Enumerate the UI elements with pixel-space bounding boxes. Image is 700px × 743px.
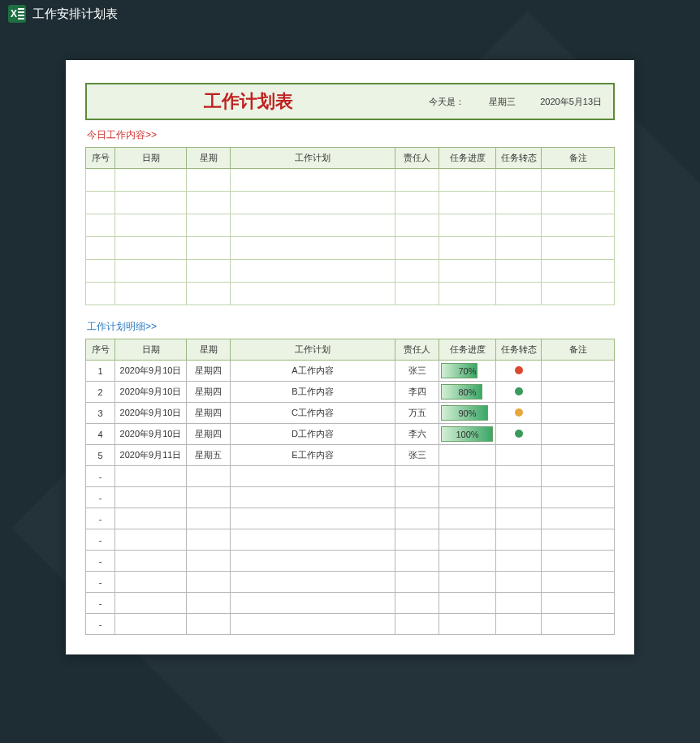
cell-weekday[interactable] [187, 529, 231, 551]
cell[interactable] [187, 214, 231, 237]
cell-status[interactable] [496, 593, 542, 614]
cell-status[interactable] [496, 572, 542, 593]
cell-seq[interactable]: - [86, 466, 115, 487]
cell[interactable] [231, 169, 395, 192]
cell-date[interactable] [115, 466, 187, 487]
cell-date[interactable] [115, 614, 187, 635]
cell[interactable] [115, 237, 187, 260]
table-row[interactable] [86, 192, 615, 214]
cell-plan[interactable]: D工作内容 [231, 424, 395, 445]
cell[interactable] [231, 260, 395, 283]
cell[interactable] [187, 169, 231, 192]
cell[interactable] [395, 169, 439, 192]
cell[interactable] [439, 169, 496, 192]
cell-owner[interactable]: 张三 [395, 361, 439, 382]
cell-status[interactable] [496, 445, 542, 466]
table-row[interactable]: - [86, 593, 615, 614]
cell-status[interactable] [496, 614, 542, 635]
cell[interactable] [496, 192, 542, 214]
cell[interactable] [231, 283, 395, 305]
cell[interactable] [115, 169, 187, 192]
table-row[interactable]: - [86, 487, 615, 508]
cell[interactable] [187, 237, 231, 260]
cell[interactable] [439, 214, 496, 237]
cell-weekday[interactable] [187, 551, 231, 572]
cell[interactable] [496, 169, 542, 192]
cell-owner[interactable]: 李四 [395, 382, 439, 403]
cell-note[interactable] [542, 593, 615, 614]
cell-date[interactable]: 2020年9月10日 [115, 382, 187, 403]
cell[interactable] [86, 260, 115, 283]
cell-progress[interactable] [439, 551, 496, 572]
cell-owner[interactable] [395, 529, 439, 551]
cell-seq[interactable]: - [86, 551, 115, 572]
table-row[interactable] [86, 169, 615, 192]
cell-note[interactable] [542, 614, 615, 635]
cell-seq[interactable]: - [86, 593, 115, 614]
cell[interactable] [115, 283, 187, 305]
cell-owner[interactable]: 李六 [395, 424, 439, 445]
cell[interactable] [496, 214, 542, 237]
cell-seq[interactable]: - [86, 508, 115, 529]
cell-seq[interactable]: - [86, 529, 115, 551]
cell-status[interactable] [496, 424, 542, 445]
cell-weekday[interactable]: 星期四 [187, 382, 231, 403]
cell[interactable] [496, 237, 542, 260]
cell-date[interactable] [115, 593, 187, 614]
cell-progress[interactable]: 80% [439, 382, 496, 403]
cell-plan[interactable] [231, 529, 395, 551]
cell-seq[interactable]: - [86, 572, 115, 593]
cell[interactable] [542, 260, 615, 283]
cell-date[interactable] [115, 529, 187, 551]
cell[interactable] [395, 260, 439, 283]
cell-weekday[interactable]: 星期四 [187, 424, 231, 445]
table-row[interactable]: - [86, 572, 615, 593]
cell-progress[interactable]: 70% [439, 361, 496, 382]
cell-note[interactable] [542, 487, 615, 508]
cell-note[interactable] [542, 382, 615, 403]
cell-weekday[interactable] [187, 614, 231, 635]
cell-date[interactable] [115, 551, 187, 572]
cell-note[interactable] [542, 361, 615, 382]
cell-plan[interactable] [231, 487, 395, 508]
cell-note[interactable] [542, 508, 615, 529]
cell[interactable] [115, 260, 187, 283]
cell-plan[interactable] [231, 593, 395, 614]
table-row[interactable]: 22020年9月10日星期四B工作内容李四80% [86, 382, 615, 403]
table-row[interactable]: 42020年9月10日星期四D工作内容李六100% [86, 424, 615, 445]
cell-status[interactable] [496, 529, 542, 551]
cell[interactable] [542, 283, 615, 305]
cell-progress[interactable]: 90% [439, 403, 496, 424]
cell-progress[interactable] [439, 593, 496, 614]
cell[interactable] [395, 192, 439, 214]
cell-plan[interactable]: C工作内容 [231, 403, 395, 424]
cell-progress[interactable] [439, 466, 496, 487]
cell-weekday[interactable]: 星期四 [187, 403, 231, 424]
table-row[interactable]: - [86, 529, 615, 551]
cell-plan[interactable] [231, 614, 395, 635]
table-row[interactable]: 12020年9月10日星期四A工作内容张三70% [86, 361, 615, 382]
cell-progress[interactable] [439, 614, 496, 635]
cell-note[interactable] [542, 551, 615, 572]
cell-date[interactable] [115, 487, 187, 508]
cell[interactable] [395, 283, 439, 305]
cell-date[interactable] [115, 508, 187, 529]
cell-owner[interactable] [395, 466, 439, 487]
cell[interactable] [542, 169, 615, 192]
cell-weekday[interactable]: 星期四 [187, 361, 231, 382]
cell[interactable] [231, 237, 395, 260]
table-row[interactable] [86, 214, 615, 237]
cell[interactable] [496, 283, 542, 305]
cell-owner[interactable] [395, 487, 439, 508]
cell[interactable] [187, 260, 231, 283]
cell[interactable] [115, 214, 187, 237]
cell-owner[interactable]: 张三 [395, 445, 439, 466]
cell[interactable] [439, 192, 496, 214]
cell-owner[interactable]: 万五 [395, 403, 439, 424]
cell[interactable] [86, 192, 115, 214]
cell-note[interactable] [542, 424, 615, 445]
cell-weekday[interactable]: 星期五 [187, 445, 231, 466]
cell-date[interactable]: 2020年9月10日 [115, 403, 187, 424]
cell-weekday[interactable] [187, 572, 231, 593]
cell[interactable] [86, 237, 115, 260]
